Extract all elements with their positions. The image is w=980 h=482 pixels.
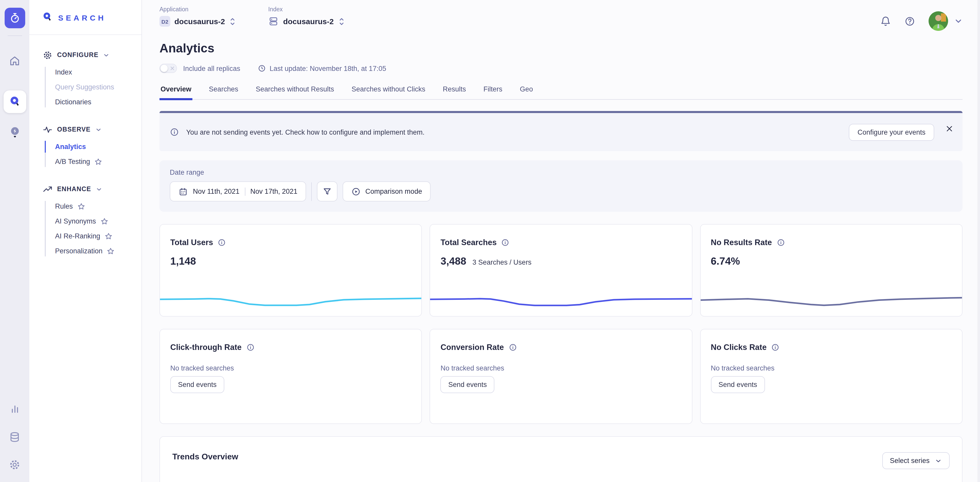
sparkline	[430, 288, 692, 312]
rail-recommend-button[interactable]	[4, 122, 25, 143]
tab-geo[interactable]: Geo	[519, 82, 534, 99]
tab-filters[interactable]: Filters	[482, 82, 504, 99]
date-filter-panel: Date range Nov 11th, 2021 Nov 17th, 2021	[159, 160, 963, 212]
sidebar-item-label: Rules	[55, 203, 73, 210]
sidebar-item-label: Analytics	[55, 143, 86, 151]
bell-icon[interactable]	[880, 16, 891, 27]
no-results-rate-card: No Results Rate 6.74%	[700, 224, 963, 317]
rail-settings-button[interactable]	[4, 454, 25, 475]
rail-divider	[8, 35, 22, 36]
sidebar-item-personalization[interactable]: Personalization	[29, 244, 142, 258]
tab-results[interactable]: Results	[442, 82, 467, 99]
sidebar-item-index[interactable]: Index	[29, 65, 142, 80]
sidebar-item-ab-testing[interactable]: A/B Testing	[29, 154, 142, 169]
last-update: Last update: November 18th, at 17:05	[258, 64, 386, 73]
trends-title: Trends Overview	[172, 452, 238, 461]
rail-data-button[interactable]	[4, 427, 25, 447]
chevron-down-icon	[96, 186, 102, 192]
application-value: docusaurus-2	[174, 17, 225, 26]
rail-home-button[interactable]	[4, 50, 25, 71]
page-title: Analytics	[159, 31, 963, 55]
stepper-icon[interactable]	[229, 16, 236, 27]
sidebar-item-dictionaries[interactable]: Dictionaries	[29, 95, 142, 109]
last-update-text: Last update: November 18th, at 17:05	[270, 65, 386, 72]
sidebar-item-ai-synonyms[interactable]: AI Synonyms	[29, 214, 142, 229]
chevron-down-icon	[935, 457, 942, 464]
card-title: Total Searches	[441, 238, 497, 247]
application-select[interactable]: D2 docusaurus-2	[159, 16, 236, 27]
sidebar-item-rules[interactable]: Rules	[29, 199, 142, 214]
section-head-enhance[interactable]: ENHANCE	[29, 181, 142, 197]
sidebar-item-analytics[interactable]: Analytics	[29, 139, 142, 154]
avatar	[929, 11, 948, 31]
select-series-button[interactable]: Select series	[882, 452, 950, 469]
rail-bottom-group	[0, 399, 29, 475]
rail-usage-button[interactable]	[4, 399, 25, 419]
date-filter-row: Nov 11th, 2021 Nov 17th, 2021	[170, 181, 952, 201]
tab-searches[interactable]: Searches	[208, 82, 239, 99]
application-badge: D2	[159, 16, 170, 27]
app-rail	[0, 0, 29, 482]
tab-label: Overview	[161, 85, 191, 93]
chevron-down-icon	[954, 17, 963, 25]
date-range-button[interactable]: Nov 11th, 2021 Nov 17th, 2021	[170, 181, 306, 201]
rail-search-button[interactable]	[3, 90, 26, 113]
search-pin-icon	[42, 11, 53, 24]
tab-label: Results	[443, 85, 466, 93]
empty-state-text: No tracked searches	[700, 352, 962, 372]
sidebar-item-label: A/B Testing	[55, 158, 90, 165]
star-icon[interactable]	[105, 233, 112, 240]
send-events-button[interactable]: Send events	[441, 376, 495, 393]
search-logo[interactable]: SEARCH	[29, 0, 142, 24]
index-select[interactable]: docusaurus-2	[268, 16, 345, 27]
scrollbar[interactable]	[977, 0, 980, 482]
banner-message: You are not sending events yet. Check ho…	[186, 128, 425, 136]
section-head-observe[interactable]: OBSERVE	[29, 122, 142, 137]
lightbulb-bolt-icon	[8, 125, 21, 140]
sidebar-item-label: Dictionaries	[55, 98, 91, 106]
nav-section-configure: CONFIGURE Index Query Suggestions Dictio…	[29, 47, 142, 109]
close-icon[interactable]	[945, 125, 953, 132]
user-menu[interactable]	[929, 11, 963, 31]
app-switcher-button[interactable]	[4, 8, 25, 28]
send-events-button[interactable]: Send events	[170, 376, 224, 393]
conversion-rate-card: Conversion Rate No tracked searches Send…	[430, 329, 692, 424]
sidebar-nav: CONFIGURE Index Query Suggestions Dictio…	[29, 35, 142, 258]
include-replicas-toggle[interactable]	[159, 64, 177, 73]
filter-button[interactable]	[317, 181, 337, 201]
info-icon[interactable]	[246, 343, 255, 352]
sidebar-item-ai-reranking[interactable]: AI Re-Ranking	[29, 229, 142, 244]
star-icon[interactable]	[100, 217, 108, 225]
click-through-rate-card: Click-through Rate No tracked searches S…	[159, 329, 422, 424]
info-icon[interactable]	[776, 238, 785, 247]
star-icon[interactable]	[78, 203, 84, 210]
trends-overview-card: Trends Overview Select series	[159, 436, 963, 482]
include-replicas-label: Include all replicas	[183, 65, 240, 72]
tab-searches-without-clicks[interactable]: Searches without Clicks	[351, 82, 426, 99]
card-title: Click-through Rate	[170, 343, 242, 352]
info-icon[interactable]	[501, 238, 509, 247]
section-head-configure[interactable]: CONFIGURE	[29, 47, 142, 63]
star-icon[interactable]	[95, 158, 102, 165]
configure-events-button[interactable]: Configure your events	[849, 124, 934, 141]
star-icon[interactable]	[107, 247, 115, 255]
empty-state-text: No tracked searches	[430, 352, 692, 372]
sidebar-item-query-suggestions[interactable]: Query Suggestions	[29, 80, 142, 95]
database-icon	[9, 431, 21, 443]
nav-section-observe: OBSERVE Analytics A/B Testing	[29, 122, 142, 169]
stepper-icon[interactable]	[338, 16, 345, 27]
vertical-divider	[311, 182, 312, 201]
info-icon[interactable]	[771, 343, 780, 352]
info-icon[interactable]	[509, 343, 517, 352]
section-items: Analytics A/B Testing	[29, 139, 142, 169]
play-circle-icon	[352, 187, 361, 196]
select-series-label: Select series	[890, 457, 929, 465]
info-icon[interactable]	[218, 238, 226, 247]
comparison-mode-button[interactable]: Comparison mode	[343, 181, 431, 201]
tab-overview[interactable]: Overview	[159, 82, 192, 99]
help-icon[interactable]	[904, 16, 915, 27]
send-events-button[interactable]: Send events	[711, 376, 765, 393]
sidebar-item-label: Query Suggestions	[55, 83, 114, 91]
tab-searches-without-results[interactable]: Searches without Results	[255, 82, 335, 99]
tab-label: Geo	[520, 85, 533, 93]
